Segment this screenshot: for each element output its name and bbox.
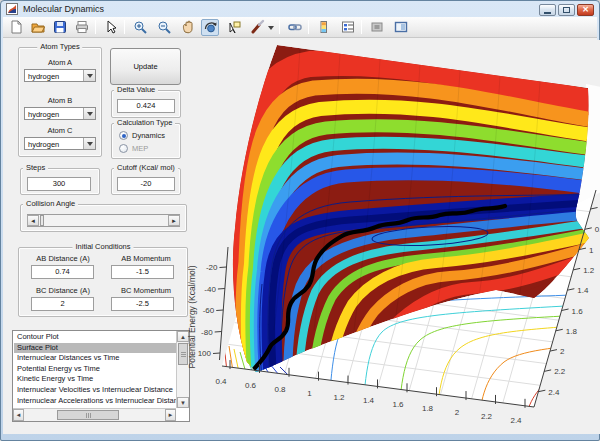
plot-axes[interactable]: 0.40.60.811.21.41.61.822.22.40.60.811.21… (198, 40, 600, 434)
plot-type-listbox[interactable]: Contour PlotSurface PlotInternuclear Dis… (12, 330, 190, 422)
scroll-left-icon[interactable]: ◄ (13, 409, 24, 421)
app-icon (6, 3, 18, 15)
radio-dynamics[interactable]: Dynamics (119, 131, 165, 140)
zoom-in-tool-button[interactable] (131, 19, 149, 36)
chevron-down-icon[interactable] (83, 138, 95, 149)
tick-label: 1.8 (422, 404, 434, 413)
tick-label: 1.8 (566, 327, 578, 336)
tick-label: 2 (455, 408, 460, 417)
toolbar-separator (308, 20, 309, 34)
slider-left-arrow-icon[interactable]: ◄ (27, 215, 39, 226)
close-icon: ✕ (582, 6, 589, 14)
delta-value-label: Delta Value (114, 85, 158, 94)
radio-mep-label: MEP (132, 144, 148, 153)
horizontal-scroll-thumb[interactable] (57, 410, 119, 420)
show-plot-tools-button[interactable] (392, 19, 410, 36)
slider-thumb[interactable] (40, 215, 44, 226)
scroll-down-icon[interactable]: ▼ (177, 397, 189, 408)
collision-angle-slider[interactable]: ◄ ► (27, 214, 180, 227)
bc-momentum-field[interactable]: -2.5 (111, 297, 174, 311)
tick-label: 1.6 (572, 307, 584, 316)
tick-label: 1.4 (363, 396, 375, 405)
tick-label: -60 (203, 306, 215, 315)
toolbar-separator (279, 20, 280, 34)
rotate-3d-tool-button[interactable] (201, 19, 219, 36)
data-cursor-tool-button[interactable] (225, 19, 243, 36)
initial-conditions-panel: Initial Conditions AB Distance (A) AB Mo… (18, 247, 188, 317)
cutoff-panel: Cutoff (Kcal/ mol) -20 (111, 168, 181, 195)
tick-label: 1.2 (583, 266, 595, 275)
list-item[interactable]: Internuclear Distances vs Time (14, 353, 176, 364)
scroll-right-icon[interactable]: ► (165, 409, 176, 421)
link-plots-button[interactable] (286, 19, 304, 36)
restore-button[interactable] (558, 4, 575, 16)
tick-label: 1.2 (333, 393, 345, 402)
atom-c-combobox[interactable]: hydrogen (24, 137, 96, 150)
chevron-down-icon[interactable] (83, 108, 95, 119)
list-item[interactable]: Potential Energy vs Time (14, 364, 176, 375)
steps-label: Steps (23, 163, 48, 172)
bc-distance-label: BC Distance (A) (24, 286, 102, 295)
atom-a-label: Atom A (18, 58, 102, 67)
cutoff-field[interactable]: -20 (117, 177, 175, 191)
brush-tool-button[interactable] (249, 19, 267, 36)
ab-distance-field[interactable]: 0.74 (31, 265, 94, 279)
tick-label: 2.4 (510, 416, 522, 425)
print-button[interactable] (73, 19, 91, 36)
new-file-button[interactable] (7, 19, 25, 36)
tick-label: 1.4 (577, 286, 589, 295)
tick-label: -20 (206, 263, 218, 272)
pan-tool-button[interactable] (179, 19, 197, 36)
toolbar-separator (361, 20, 362, 34)
window-title: Molecular Dynamics (23, 4, 104, 14)
application-window: Molecular Dynamics ✕ At (0, 0, 600, 441)
chevron-down-icon[interactable] (83, 70, 95, 81)
tick-label: -80 (201, 328, 213, 337)
atom-a-value: hydrogen (28, 71, 59, 82)
list-item[interactable]: Internuclear Velocities vs Internuclear … (14, 385, 176, 396)
delta-value-field[interactable]: 0.424 (117, 99, 175, 113)
atom-c-label: Atom C (18, 126, 102, 135)
save-button[interactable] (51, 19, 69, 36)
radio-icon (119, 144, 128, 153)
radio-dynamics-label: Dynamics (132, 131, 165, 140)
tick-label: 2.4 (548, 388, 560, 397)
tick-label: 2.2 (481, 412, 493, 421)
list-item[interactable]: Surface Plot (14, 343, 176, 354)
radio-icon (119, 131, 128, 140)
update-button[interactable]: Update (110, 48, 181, 85)
tick-label: 1 (307, 389, 312, 398)
slider-right-arrow-icon[interactable]: ► (168, 215, 180, 226)
titlebar[interactable]: Molecular Dynamics ✕ (2, 1, 598, 17)
steps-panel: Steps 300 (20, 168, 100, 195)
steps-field[interactable]: 300 (27, 177, 91, 191)
list-item[interactable]: Contour Plot (14, 332, 176, 343)
brush-dropdown-caret[interactable] (266, 19, 275, 36)
cutoff-label: Cutoff (Kcal/ mol) (114, 163, 178, 172)
atom-b-label: Atom B (18, 96, 102, 105)
close-button[interactable]: ✕ (577, 4, 594, 16)
ab-momentum-field[interactable]: -1.5 (111, 265, 174, 279)
insert-colorbar-button[interactable] (315, 19, 333, 36)
atom-c-value: hydrogen (28, 139, 59, 150)
minimize-button[interactable] (539, 4, 556, 16)
atom-b-combobox[interactable]: hydrogen (24, 107, 96, 120)
zoom-out-tool-button[interactable] (155, 19, 173, 36)
bc-momentum-label: BC Momentum (107, 286, 185, 295)
collision-angle-panel: Collision Angle ◄ ► (20, 204, 187, 232)
list-item[interactable]: Internuclear Accelerations vs Internucle… (14, 396, 176, 407)
toolbar-separator (124, 20, 125, 34)
initial-conditions-label: Initial Conditions (72, 242, 133, 251)
bc-distance-field[interactable]: 2 (31, 297, 94, 311)
atom-a-combobox[interactable]: hydrogen (24, 69, 96, 82)
list-item[interactable]: Kinetic Energy vs Time (14, 374, 176, 385)
hide-plot-tools-button[interactable] (368, 19, 386, 36)
figure-content: Atom Types Atom A hydrogen Atom B hydrog… (3, 38, 597, 434)
tick-label: 2 (560, 347, 565, 356)
tick-label: 0.6 (245, 381, 257, 390)
pointer-tool-button[interactable] (102, 19, 120, 36)
horizontal-scrollbar[interactable]: ◄ ► (13, 408, 176, 421)
insert-legend-button[interactable] (339, 19, 357, 36)
radio-mep[interactable]: MEP (119, 144, 148, 153)
open-file-button[interactable] (29, 19, 47, 36)
